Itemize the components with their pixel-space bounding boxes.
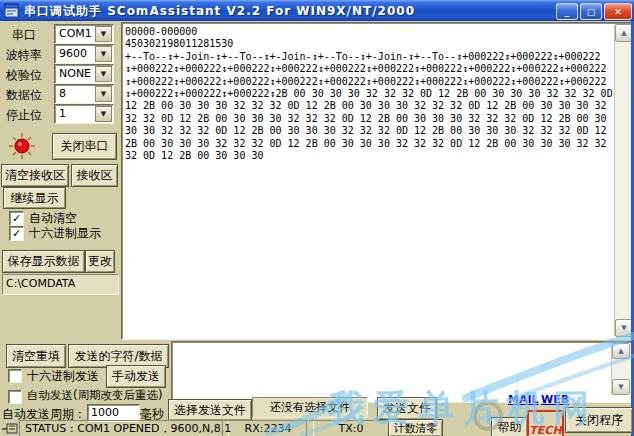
chevron-down-icon[interactable]: ▼ [95, 46, 112, 62]
parity-value: NONE [59, 67, 91, 80]
auto-send-label: 自动发送(周期改变后重选) [27, 388, 162, 403]
parity-select[interactable]: NONE ▼ [54, 64, 114, 84]
status-panel: STATUS：COM1 OPENED，9600,N,8,1 [19, 420, 229, 436]
save-path-field[interactable]: C:\COMDATA [2, 274, 119, 295]
window-title: 串口调试助手 SComAssistant V2.2 For WIN9X/NT/2… [24, 3, 415, 20]
scroll-down-icon[interactable]: ▼ [612, 379, 630, 395]
hex-send-label: 十六进制发送 [27, 368, 99, 385]
hex-display-checkbox[interactable]: ✓ [9, 226, 24, 241]
app-icon[interactable] [4, 3, 19, 18]
send-file-button[interactable]: 发送文件 [377, 397, 437, 420]
chevron-down-icon[interactable]: ▼ [95, 106, 112, 122]
change-path-button[interactable]: 更改 [85, 250, 115, 273]
auto-send-checkbox[interactable] [8, 390, 22, 404]
clear-receive-button[interactable]: 清空接收区 [1, 164, 69, 187]
mail-link[interactable]: MAIL [508, 393, 539, 406]
port-status-led-icon [8, 132, 36, 160]
choose-send-file-button[interactable]: 选择发送文件 [168, 399, 252, 421]
serial-port-value: COM1 [59, 27, 92, 40]
itech-logo: TECH [527, 410, 564, 436]
save-display-data-button[interactable]: 保存显示数据 [2, 250, 85, 273]
serial-port-label: 串口 [12, 27, 36, 44]
chevron-down-icon[interactable]: ▼ [95, 66, 112, 82]
app-window: 串口调试助手 SComAssistant V2.2 For WIN9X/NT/2… [0, 0, 634, 436]
receive-data-text: 00000-000000 450302198011281530 +--To--↕… [125, 26, 609, 162]
maximize-button[interactable]: □ [580, 3, 602, 20]
manual-send-button[interactable]: 手动发送 [106, 365, 166, 388]
tx-count-panel: TX:0 [306, 420, 396, 436]
baud-rate-select[interactable]: 9600 ▼ [54, 44, 114, 64]
web-link[interactable]: WEB [541, 393, 569, 406]
stop-bits-select[interactable]: 1 ▼ [54, 104, 114, 124]
stop-bits-value: 1 [59, 107, 66, 120]
serial-port-icon [2, 423, 18, 434]
reset-counters-button[interactable]: 计数清零 [388, 419, 443, 436]
stop-bits-label: 停止位 [6, 107, 42, 124]
chevron-down-icon[interactable]: ▼ [95, 26, 112, 42]
clear-refill-button[interactable]: 清空重填 [6, 344, 66, 368]
receive-scrollbar[interactable]: ▲ ▼ [614, 24, 632, 336]
serial-port-select[interactable]: COM1 ▼ [54, 24, 114, 44]
close-program-button[interactable]: 关闭程序 [565, 407, 633, 433]
parity-label: 校验位 [6, 67, 42, 84]
minimize-button[interactable]: _ [556, 3, 578, 20]
rx-count-panel: RX:2234 [222, 420, 314, 436]
auto-clear-checkbox[interactable]: ✓ [9, 211, 24, 226]
continue-display-button[interactable]: 继续显示 [3, 187, 66, 209]
data-bits-value: 8 [59, 87, 66, 100]
receive-zone-button[interactable]: 接收区 [71, 164, 118, 187]
chevron-down-icon[interactable]: ▼ [95, 86, 112, 102]
hex-send-checkbox[interactable] [8, 369, 22, 383]
title-bar[interactable]: 串口调试助手 SComAssistant V2.2 For WIN9X/NT/2… [0, 0, 634, 21]
close-button[interactable]: ✕ [604, 3, 632, 20]
data-bits-label: 数据位 [6, 87, 42, 104]
hex-display-label: 十六进制显示 [29, 225, 101, 242]
baud-rate-value: 9600 [59, 47, 87, 60]
send-scrollbar[interactable]: ▲ ▼ [611, 343, 629, 395]
help-button[interactable]: 帮助 [491, 417, 528, 436]
close-port-button[interactable]: 关闭串口 [52, 133, 117, 160]
data-bits-select[interactable]: 8 ▼ [54, 84, 114, 104]
scroll-up-icon[interactable]: ▲ [612, 343, 630, 359]
send-file-status-field: 还没有选择文件 [252, 397, 368, 418]
baud-rate-label: 波特率 [6, 47, 42, 64]
